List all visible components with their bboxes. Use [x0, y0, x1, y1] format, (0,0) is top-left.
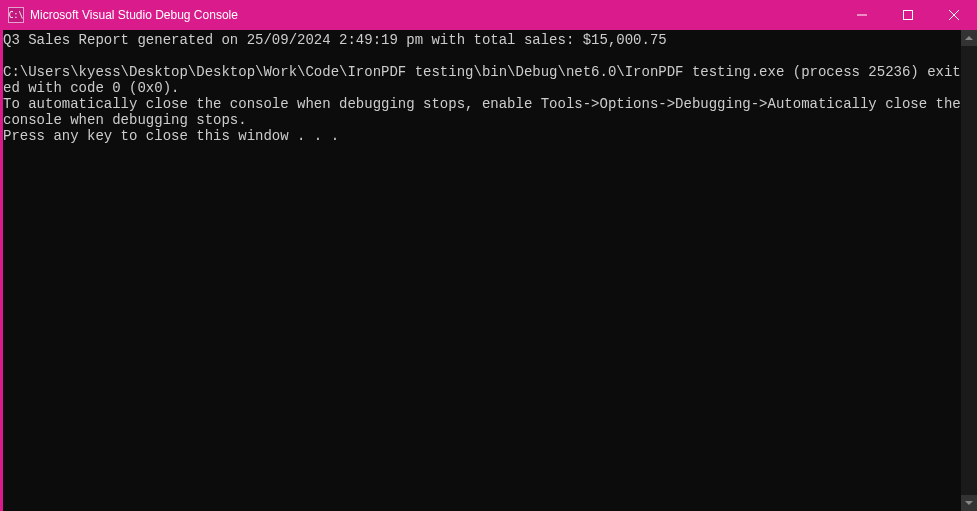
titlebar[interactable]: C:\ Microsoft Visual Studio Debug Consol… [0, 0, 977, 30]
window-controls [839, 0, 977, 30]
output-line: C:\Users\kyess\Desktop\Desktop\Work\Code… [3, 64, 961, 96]
svg-rect-1 [904, 11, 913, 20]
window-title: Microsoft Visual Studio Debug Console [30, 8, 839, 22]
output-line: Press any key to close this window . . . [3, 128, 339, 144]
scroll-up-button[interactable] [961, 30, 977, 46]
console-output: Q3 Sales Report generated on 25/09/2024 … [3, 32, 961, 144]
scroll-down-button[interactable] [961, 495, 977, 511]
output-line: Q3 Sales Report generated on 25/09/2024 … [3, 32, 667, 48]
console-window: C:\ Microsoft Visual Studio Debug Consol… [0, 0, 977, 511]
svg-marker-5 [965, 501, 973, 505]
maximize-icon [903, 10, 913, 20]
svg-marker-4 [965, 36, 973, 40]
close-icon [949, 10, 959, 20]
close-button[interactable] [931, 0, 977, 30]
console-body[interactable]: Q3 Sales Report generated on 25/09/2024 … [0, 30, 977, 511]
chevron-down-icon [965, 501, 973, 505]
output-line: To automatically close the console when … [3, 96, 969, 128]
app-icon-text: C:\ [9, 11, 23, 20]
minimize-button[interactable] [839, 0, 885, 30]
vertical-scrollbar[interactable] [961, 30, 977, 511]
app-icon: C:\ [8, 7, 24, 23]
minimize-icon [857, 10, 867, 20]
chevron-up-icon [965, 36, 973, 40]
maximize-button[interactable] [885, 0, 931, 30]
